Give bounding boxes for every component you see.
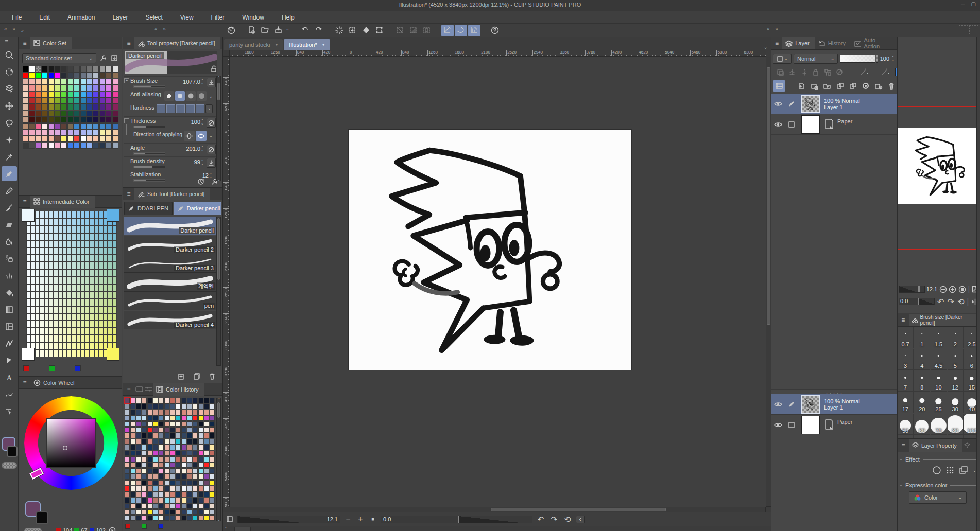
history-swatch[interactable] <box>210 486 215 491</box>
intermediate-cell[interactable] <box>58 277 63 284</box>
intermediate-cell[interactable] <box>62 270 67 277</box>
history-swatch[interactable] <box>147 503 152 509</box>
history-swatch[interactable] <box>159 451 164 456</box>
intermediate-cell[interactable] <box>67 240 72 247</box>
intermediate-cell[interactable] <box>36 321 40 328</box>
history-swatch[interactable] <box>125 451 130 456</box>
intermediate-cell[interactable] <box>72 343 76 350</box>
expand-icon[interactable]: + <box>124 78 129 83</box>
intermediate-cell[interactable] <box>72 335 76 342</box>
intermediate-cell[interactable] <box>40 306 44 313</box>
layer-row-paper[interactable]: Paper <box>771 114 898 135</box>
color-swatch[interactable] <box>55 117 61 123</box>
history-swatch[interactable] <box>187 456 192 462</box>
history-swatch[interactable] <box>147 445 152 450</box>
save-icon[interactable] <box>272 25 285 36</box>
color-swatch[interactable] <box>74 130 80 136</box>
intermediate-cell[interactable] <box>85 255 90 262</box>
history-swatch[interactable] <box>193 468 198 474</box>
intermediate-cell[interactable] <box>62 240 67 247</box>
history-swatch[interactable] <box>164 456 169 462</box>
menu-edit[interactable]: Edit <box>30 14 59 21</box>
history-swatch[interactable] <box>210 468 215 474</box>
corner-swatch-tl[interactable] <box>22 209 35 222</box>
history-swatch[interactable] <box>187 480 192 486</box>
color-swatch[interactable] <box>112 98 118 104</box>
color-swatch[interactable] <box>74 92 80 98</box>
history-swatch[interactable] <box>125 480 130 486</box>
history-swatch[interactable] <box>198 491 203 497</box>
history-swatch[interactable] <box>170 398 175 403</box>
color-swatch[interactable] <box>93 92 99 98</box>
intermediate-cell[interactable] <box>94 240 99 247</box>
history-swatch[interactable] <box>130 515 135 521</box>
intermediate-cell[interactable] <box>54 262 58 269</box>
color-swatch[interactable] <box>80 104 87 110</box>
intermediate-cell[interactable] <box>26 233 31 240</box>
history-swatch[interactable] <box>147 486 152 491</box>
layer-thumbnail[interactable] <box>801 395 820 414</box>
color-swatch[interactable] <box>80 98 87 104</box>
intermediate-cell[interactable] <box>85 211 90 218</box>
opacity-slider[interactable] <box>840 55 878 63</box>
menu-filter[interactable]: Filter <box>202 14 234 21</box>
intermediate-cell[interactable] <box>31 247 36 255</box>
intermediate-cell[interactable] <box>58 255 63 262</box>
intermediate-cell[interactable] <box>90 240 94 247</box>
intermediate-cell[interactable] <box>62 313 67 321</box>
history-swatch[interactable] <box>176 515 181 521</box>
brush-size-cell[interactable]: 1.5 <box>931 327 947 348</box>
color-swatch[interactable] <box>67 117 74 123</box>
history-swatch[interactable] <box>136 403 141 409</box>
color-swatch[interactable] <box>106 98 112 104</box>
history-swatch[interactable] <box>204 398 209 403</box>
history-swatch[interactable] <box>204 515 209 521</box>
hsv-toggle-icon[interactable] <box>108 526 117 531</box>
history-swatch[interactable] <box>147 403 152 409</box>
color-swatch[interactable] <box>99 104 106 110</box>
tab-intermediate-color[interactable]: Intermediate Color <box>30 196 95 208</box>
intermediate-cell[interactable] <box>90 277 94 284</box>
tab-color-wheel[interactable]: Color Wheel <box>30 377 80 389</box>
layer-row-layer-1[interactable]: 100 % NormalLayer 1 <box>771 94 898 114</box>
intermediate-cell[interactable] <box>72 270 76 277</box>
color-swatch[interactable] <box>99 123 106 130</box>
history-swatch[interactable] <box>181 515 186 521</box>
history-swatch[interactable] <box>170 433 175 438</box>
history-swatch[interactable] <box>176 491 181 497</box>
intermediate-cell[interactable] <box>76 343 81 350</box>
color-swatch[interactable] <box>87 123 93 130</box>
history-swatch[interactable] <box>210 462 215 468</box>
new-layer-2-icon[interactable] <box>810 81 819 91</box>
intermediate-cell[interactable] <box>76 328 81 335</box>
brush-size-cell[interactable]: 30 <box>948 392 964 413</box>
history-swatch[interactable] <box>181 427 186 433</box>
intermediate-cell[interactable] <box>54 335 58 342</box>
history-swatch[interactable] <box>187 503 192 509</box>
intermediate-cell[interactable] <box>99 284 104 291</box>
intermediate-cell[interactable] <box>94 298 99 306</box>
color-swatch[interactable] <box>87 66 93 72</box>
history-swatch[interactable] <box>198 421 203 427</box>
history-swatch[interactable] <box>204 491 209 497</box>
tool-object[interactable] <box>2 404 17 419</box>
color-swatch[interactable] <box>106 85 112 91</box>
copy-layer-icon[interactable] <box>848 81 857 91</box>
color-swatch[interactable] <box>42 79 48 85</box>
intermediate-cell[interactable] <box>49 211 54 218</box>
collapse-status-button[interactable]: ‹ <box>576 516 585 523</box>
color-swatch[interactable] <box>55 98 61 104</box>
color-swatch[interactable] <box>87 136 93 142</box>
color-swatch[interactable] <box>67 143 74 149</box>
intermediate-cell[interactable] <box>36 277 40 284</box>
history-swatch[interactable] <box>130 474 135 480</box>
panel-menu-icon[interactable]: ≡ <box>123 40 134 47</box>
history-swatch[interactable] <box>125 433 130 438</box>
layer-lock-icon-2[interactable] <box>800 67 807 77</box>
intermediate-cell[interactable] <box>54 291 58 298</box>
history-swatch[interactable] <box>142 491 147 497</box>
color-swatch[interactable] <box>112 136 118 142</box>
intermediate-cell[interactable] <box>54 350 58 357</box>
history-swatch[interactable] <box>210 421 215 427</box>
layer-lock-icon-3[interactable] <box>812 67 819 77</box>
